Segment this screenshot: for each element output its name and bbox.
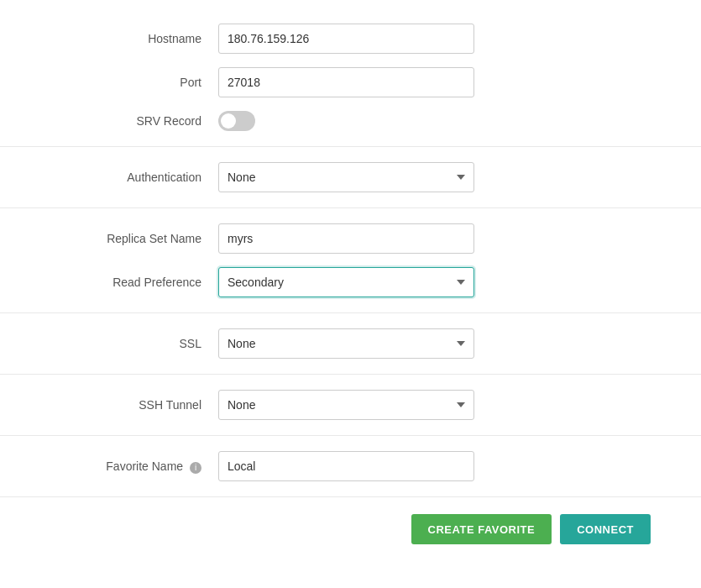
port-row: Port [50, 67, 651, 97]
replica-set-name-input[interactable] [218, 223, 474, 254]
favorite-info-icon[interactable]: i [190, 462, 201, 474]
read-preference-label: Read Preference [50, 276, 218, 289]
hostname-label: Hostname [50, 32, 218, 45]
favorite-name-input[interactable] [218, 451, 474, 481]
ssl-section: SSL None Server Validation Server and Cl… [0, 313, 701, 375]
connect-button[interactable]: CONNECT [560, 514, 651, 544]
ssh-tunnel-label: SSH Tunnel [50, 398, 218, 412]
ssh-section: SSH Tunnel None Use Password Use Private… [0, 375, 701, 436]
port-label: Port [50, 76, 218, 89]
create-favorite-button[interactable]: CREATE FAVORITE [411, 514, 552, 544]
ssl-select[interactable]: None Server Validation Server and Client… [218, 328, 474, 359]
srv-toggle[interactable] [218, 111, 255, 131]
srv-row: SRV Record [50, 111, 651, 131]
replica-section: Replica Set Name Read Preference Primary… [0, 208, 701, 313]
hostname-row: Hostname [50, 24, 651, 54]
read-preference-select[interactable]: Primary Primary Preferred Secondary Seco… [218, 267, 474, 297]
ssh-tunnel-row: SSH Tunnel None Use Password Use Private… [50, 390, 651, 420]
read-preference-row: Read Preference Primary Primary Preferre… [50, 267, 651, 297]
replica-set-name-row: Replica Set Name [50, 223, 651, 254]
ssl-label: SSL [50, 337, 218, 350]
srv-label: SRV Record [50, 114, 218, 128]
favorite-section: Favorite Name i [0, 436, 701, 497]
port-input[interactable] [218, 67, 474, 97]
hostname-input[interactable] [218, 24, 474, 54]
auth-section: Authentication None Username / Password … [0, 147, 701, 208]
form-container: Hostname Port SRV Record Authentication … [0, 0, 701, 570]
favorite-name-label: Favorite Name i [50, 459, 218, 474]
replica-set-name-label: Replica Set Name [50, 232, 218, 245]
favorite-name-row: Favorite Name i [50, 451, 651, 481]
authentication-label: Authentication [50, 171, 218, 184]
toggle-slider [218, 111, 255, 131]
buttons-area: CREATE FAVORITE CONNECT [0, 497, 701, 561]
connection-section: Hostname Port SRV Record [0, 8, 701, 147]
authentication-select[interactable]: None Username / Password X.509 Kerberos … [218, 162, 474, 192]
authentication-row: Authentication None Username / Password … [50, 162, 651, 192]
ssl-row: SSL None Server Validation Server and Cl… [50, 328, 651, 359]
ssh-tunnel-select[interactable]: None Use Password Use Private Key [218, 390, 474, 420]
